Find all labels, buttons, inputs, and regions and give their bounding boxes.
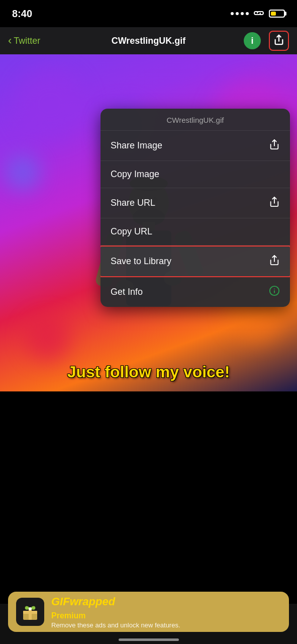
svg-rect-15 bbox=[29, 609, 32, 620]
status-bar: 8:40 bbox=[0, 0, 297, 27]
ad-text-area: GIFwrapped Premium Remove these ads and … bbox=[51, 595, 281, 629]
nav-bar: ‹ Twitter CWrestlingUK.gif i bbox=[0, 27, 297, 54]
link-icon bbox=[253, 9, 265, 19]
dropdown-filename: CWrestlingUK.gif bbox=[101, 109, 290, 131]
home-indicator bbox=[119, 638, 179, 641]
ad-brand: GIFwrapped Premium bbox=[51, 595, 281, 621]
main-content: MATT Just follow my voice! bbox=[0, 54, 297, 644]
ad-premium-label: Premium bbox=[51, 611, 85, 620]
battery-fill bbox=[271, 12, 276, 16]
chevron-left-icon: ‹ bbox=[8, 34, 12, 47]
ad-subtitle: Remove these ads and unlock new features… bbox=[51, 621, 281, 629]
bokeh-5 bbox=[25, 316, 70, 361]
bokeh-1 bbox=[15, 69, 85, 140]
share-icon bbox=[273, 34, 284, 47]
share-url-icon bbox=[269, 196, 280, 210]
ad-banner[interactable]: GIFwrapped Premium Remove these ads and … bbox=[8, 592, 289, 632]
ad-brand-prefix: GIF bbox=[51, 595, 70, 608]
status-icons bbox=[231, 9, 285, 19]
gif-caption: Just follow my voice! bbox=[67, 363, 230, 381]
svg-point-16 bbox=[29, 607, 32, 610]
nav-title: CWrestlingUK.gif bbox=[112, 36, 186, 46]
save-to-library-icon bbox=[269, 255, 280, 268]
info-icon: i bbox=[251, 36, 253, 46]
copy-image-label: Copy Image bbox=[111, 169, 159, 180]
copy-image-item[interactable]: Copy Image bbox=[101, 161, 290, 188]
copy-url-label: Copy URL bbox=[111, 226, 152, 237]
share-url-label: Share URL bbox=[111, 198, 155, 208]
share-image-item[interactable]: Share Image bbox=[101, 131, 290, 161]
ad-icon bbox=[16, 598, 44, 626]
save-to-library-label: Save to Library bbox=[111, 256, 171, 267]
ad-brand-highlight: wrapped bbox=[70, 595, 115, 608]
copy-url-item[interactable]: Copy URL bbox=[101, 218, 290, 246]
share-button[interactable] bbox=[269, 31, 289, 51]
bokeh-6 bbox=[5, 155, 40, 190]
status-time: 8:40 bbox=[12, 8, 32, 20]
get-info-label: Get Info bbox=[111, 287, 143, 297]
back-button[interactable]: ‹ Twitter bbox=[8, 34, 40, 47]
bottom-area bbox=[0, 391, 297, 604]
nav-actions: i bbox=[244, 31, 289, 51]
share-image-label: Share Image bbox=[111, 140, 162, 151]
get-info-icon bbox=[269, 285, 280, 299]
share-url-item[interactable]: Share URL bbox=[101, 188, 290, 218]
get-info-item[interactable]: Get Info bbox=[101, 277, 290, 307]
save-to-library-item[interactable]: Save to Library bbox=[101, 246, 290, 277]
signal-dots bbox=[231, 12, 249, 15]
share-image-icon bbox=[269, 139, 280, 152]
back-label: Twitter bbox=[14, 36, 40, 46]
battery-icon bbox=[269, 10, 285, 18]
info-button[interactable]: i bbox=[244, 32, 261, 49]
dropdown-menu: CWrestlingUK.gif Share Image Copy Image … bbox=[101, 109, 290, 307]
